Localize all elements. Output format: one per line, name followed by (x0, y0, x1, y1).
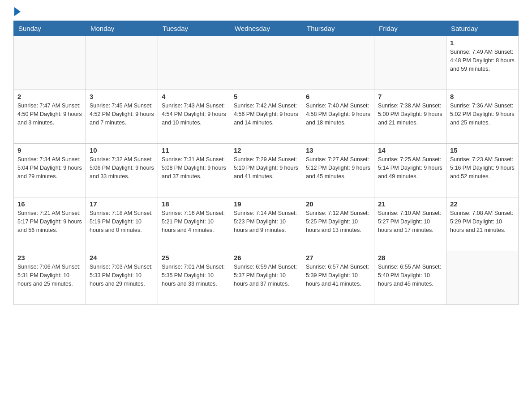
day-info: Sunrise: 7:43 AM Sunset: 4:54 PM Dayligh… (162, 102, 226, 127)
calendar-day-cell: 13Sunrise: 7:27 AM Sunset: 5:12 PM Dayli… (302, 144, 374, 197)
calendar-day-cell (230, 36, 302, 90)
day-number: 3 (90, 93, 154, 100)
weekday-header: Wednesday (230, 21, 302, 36)
weekday-header: Saturday (446, 21, 519, 36)
day-number: 16 (17, 200, 82, 208)
day-number: 13 (306, 146, 370, 154)
day-info: Sunrise: 7:14 AM Sunset: 5:23 PM Dayligh… (234, 209, 298, 234)
day-number: 12 (234, 146, 298, 154)
day-info: Sunrise: 7:38 AM Sunset: 5:00 PM Dayligh… (378, 102, 442, 127)
day-info: Sunrise: 7:31 AM Sunset: 5:08 PM Dayligh… (162, 155, 226, 180)
page-header (13, 9, 519, 16)
day-number: 26 (234, 254, 298, 261)
day-number: 20 (306, 200, 370, 208)
calendar-day-cell (302, 36, 374, 90)
calendar-day-cell: 8Sunrise: 7:36 AM Sunset: 5:02 PM Daylig… (446, 90, 519, 144)
calendar-day-cell: 3Sunrise: 7:45 AM Sunset: 4:52 PM Daylig… (86, 90, 158, 144)
day-number: 2 (17, 93, 82, 100)
day-number: 17 (90, 200, 154, 208)
logo (13, 9, 21, 16)
calendar-header-row: SundayMondayTuesdayWednesdayThursdayFrid… (14, 21, 519, 36)
day-info: Sunrise: 7:29 AM Sunset: 5:10 PM Dayligh… (234, 155, 298, 180)
day-info: Sunrise: 7:18 AM Sunset: 5:19 PM Dayligh… (90, 209, 154, 234)
weekday-header: Sunday (14, 21, 86, 36)
day-info: Sunrise: 7:08 AM Sunset: 5:29 PM Dayligh… (450, 209, 515, 234)
day-info: Sunrise: 7:12 AM Sunset: 5:25 PM Dayligh… (306, 209, 370, 234)
day-info: Sunrise: 7:21 AM Sunset: 5:17 PM Dayligh… (17, 209, 82, 234)
calendar-day-cell: 1Sunrise: 7:49 AM Sunset: 4:48 PM Daylig… (446, 36, 519, 90)
calendar-day-cell: 15Sunrise: 7:23 AM Sunset: 5:16 PM Dayli… (446, 144, 519, 197)
day-info: Sunrise: 7:40 AM Sunset: 4:58 PM Dayligh… (306, 102, 370, 127)
calendar-week-row: 2Sunrise: 7:47 AM Sunset: 4:50 PM Daylig… (14, 90, 519, 144)
day-number: 10 (90, 146, 154, 154)
calendar-day-cell (446, 251, 519, 305)
day-info: Sunrise: 7:16 AM Sunset: 5:21 PM Dayligh… (162, 209, 226, 234)
day-number: 11 (162, 146, 226, 154)
calendar-week-row: 9Sunrise: 7:34 AM Sunset: 5:04 PM Daylig… (14, 144, 519, 197)
day-info: Sunrise: 7:06 AM Sunset: 5:31 PM Dayligh… (17, 263, 82, 288)
calendar-table: SundayMondayTuesdayWednesdayThursdayFrid… (13, 21, 519, 305)
day-info: Sunrise: 7:23 AM Sunset: 5:16 PM Dayligh… (450, 155, 515, 180)
calendar-day-cell: 18Sunrise: 7:16 AM Sunset: 5:21 PM Dayli… (158, 197, 230, 251)
calendar-day-cell: 9Sunrise: 7:34 AM Sunset: 5:04 PM Daylig… (14, 144, 86, 197)
day-info: Sunrise: 6:55 AM Sunset: 5:40 PM Dayligh… (378, 263, 442, 288)
calendar-day-cell: 14Sunrise: 7:25 AM Sunset: 5:14 PM Dayli… (374, 144, 446, 197)
calendar-day-cell: 11Sunrise: 7:31 AM Sunset: 5:08 PM Dayli… (158, 144, 230, 197)
day-info: Sunrise: 7:42 AM Sunset: 4:56 PM Dayligh… (234, 102, 298, 127)
calendar-day-cell: 27Sunrise: 6:57 AM Sunset: 5:39 PM Dayli… (302, 251, 374, 305)
weekday-header: Friday (374, 21, 446, 36)
calendar-day-cell: 23Sunrise: 7:06 AM Sunset: 5:31 PM Dayli… (14, 251, 86, 305)
day-number: 15 (450, 146, 515, 154)
calendar-day-cell: 19Sunrise: 7:14 AM Sunset: 5:23 PM Dayli… (230, 197, 302, 251)
calendar-day-cell: 22Sunrise: 7:08 AM Sunset: 5:29 PM Dayli… (446, 197, 519, 251)
day-info: Sunrise: 7:34 AM Sunset: 5:04 PM Dayligh… (17, 155, 82, 180)
calendar-day-cell (14, 36, 86, 90)
day-number: 28 (378, 254, 442, 261)
day-number: 5 (234, 93, 298, 100)
day-number: 4 (162, 93, 226, 100)
calendar-day-cell: 4Sunrise: 7:43 AM Sunset: 4:54 PM Daylig… (158, 90, 230, 144)
day-info: Sunrise: 6:59 AM Sunset: 5:37 PM Dayligh… (234, 263, 298, 288)
day-number: 9 (17, 146, 82, 154)
calendar-day-cell: 28Sunrise: 6:55 AM Sunset: 5:40 PM Dayli… (374, 251, 446, 305)
day-info: Sunrise: 7:49 AM Sunset: 4:48 PM Dayligh… (450, 48, 515, 73)
calendar-day-cell: 26Sunrise: 6:59 AM Sunset: 5:37 PM Dayli… (230, 251, 302, 305)
calendar-day-cell: 6Sunrise: 7:40 AM Sunset: 4:58 PM Daylig… (302, 90, 374, 144)
day-number: 21 (378, 200, 442, 208)
calendar-day-cell: 16Sunrise: 7:21 AM Sunset: 5:17 PM Dayli… (14, 197, 86, 251)
day-number: 6 (306, 93, 370, 100)
day-info: Sunrise: 7:25 AM Sunset: 5:14 PM Dayligh… (378, 155, 442, 180)
calendar-day-cell: 5Sunrise: 7:42 AM Sunset: 4:56 PM Daylig… (230, 90, 302, 144)
weekday-header: Tuesday (158, 21, 230, 36)
calendar-week-row: 16Sunrise: 7:21 AM Sunset: 5:17 PM Dayli… (14, 197, 519, 251)
calendar-week-row: 23Sunrise: 7:06 AM Sunset: 5:31 PM Dayli… (14, 251, 519, 305)
day-number: 23 (17, 254, 82, 261)
calendar-day-cell: 24Sunrise: 7:03 AM Sunset: 5:33 PM Dayli… (86, 251, 158, 305)
day-number: 19 (234, 200, 298, 208)
calendar-day-cell: 17Sunrise: 7:18 AM Sunset: 5:19 PM Dayli… (86, 197, 158, 251)
day-number: 14 (378, 146, 442, 154)
weekday-header: Thursday (302, 21, 374, 36)
day-info: Sunrise: 7:27 AM Sunset: 5:12 PM Dayligh… (306, 155, 370, 180)
calendar-day-cell: 10Sunrise: 7:32 AM Sunset: 5:06 PM Dayli… (86, 144, 158, 197)
day-number: 18 (162, 200, 226, 208)
calendar-week-row: 1Sunrise: 7:49 AM Sunset: 4:48 PM Daylig… (14, 36, 519, 90)
calendar-day-cell: 7Sunrise: 7:38 AM Sunset: 5:00 PM Daylig… (374, 90, 446, 144)
calendar-day-cell: 25Sunrise: 7:01 AM Sunset: 5:35 PM Dayli… (158, 251, 230, 305)
logo-arrow-icon (14, 7, 21, 16)
day-number: 8 (450, 93, 515, 100)
weekday-header: Monday (86, 21, 158, 36)
calendar-day-cell: 20Sunrise: 7:12 AM Sunset: 5:25 PM Dayli… (302, 197, 374, 251)
calendar-day-cell: 12Sunrise: 7:29 AM Sunset: 5:10 PM Dayli… (230, 144, 302, 197)
day-info: Sunrise: 7:03 AM Sunset: 5:33 PM Dayligh… (90, 263, 154, 288)
day-number: 1 (450, 39, 515, 47)
calendar-day-cell (158, 36, 230, 90)
day-info: Sunrise: 7:36 AM Sunset: 5:02 PM Dayligh… (450, 102, 515, 127)
day-number: 25 (162, 254, 226, 261)
day-info: Sunrise: 7:01 AM Sunset: 5:35 PM Dayligh… (162, 263, 226, 288)
day-number: 27 (306, 254, 370, 261)
day-info: Sunrise: 7:47 AM Sunset: 4:50 PM Dayligh… (17, 102, 82, 127)
day-info: Sunrise: 7:10 AM Sunset: 5:27 PM Dayligh… (378, 209, 442, 234)
day-info: Sunrise: 7:32 AM Sunset: 5:06 PM Dayligh… (90, 155, 154, 180)
calendar-day-cell (374, 36, 446, 90)
